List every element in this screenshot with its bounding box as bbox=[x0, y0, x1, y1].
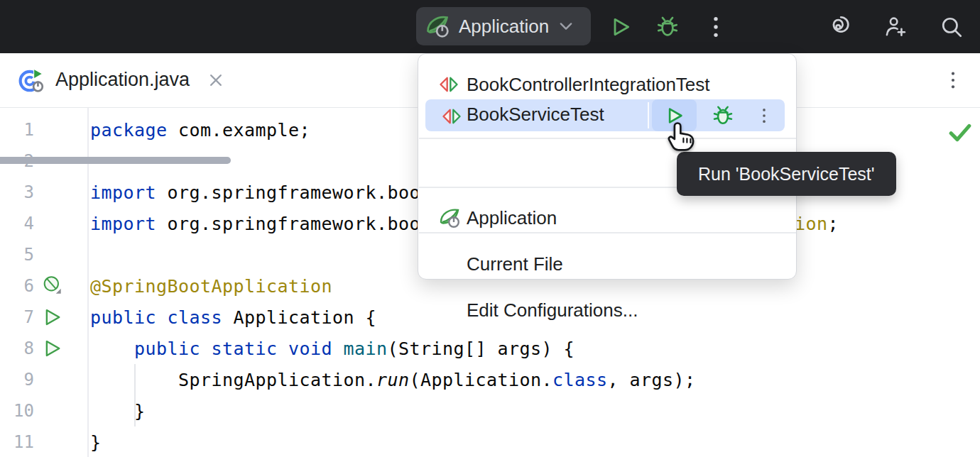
gutter-icon-slot[interactable] bbox=[34, 275, 87, 297]
run-tooltip: Run 'BookServiceTest' bbox=[677, 152, 896, 196]
menu-item-book-service-test[interactable]: BookServiceTest bbox=[425, 99, 785, 131]
line-number: 8 bbox=[0, 338, 34, 358]
junit-test-icon bbox=[441, 106, 462, 127]
code-text: } bbox=[90, 401, 146, 422]
debug-icon bbox=[655, 15, 680, 39]
code-with-me-button[interactable] bbox=[882, 14, 908, 40]
inspections-ok-widget[interactable] bbox=[949, 122, 971, 146]
kebab-menu-icon bbox=[705, 15, 726, 39]
code-line[interactable]: 8 public static void main(String[] args)… bbox=[0, 333, 980, 364]
code-text: public class Application { bbox=[90, 307, 376, 328]
debug-icon bbox=[712, 104, 734, 127]
spring-boot-run-icon bbox=[18, 66, 45, 94]
ai-assistant-icon bbox=[827, 15, 851, 39]
code-line[interactable]: 11} bbox=[0, 426, 980, 457]
spring-boot-icon bbox=[425, 13, 450, 39]
run-config-selector[interactable]: Application bbox=[416, 7, 591, 45]
gutter-icon-slot[interactable] bbox=[34, 338, 87, 358]
gutter-icon-slot[interactable] bbox=[34, 307, 87, 327]
check-icon bbox=[949, 122, 971, 143]
code-line[interactable]: 9 SpringApplication.run(Application.clas… bbox=[0, 364, 980, 395]
row-more-button[interactable] bbox=[746, 99, 782, 131]
debug-button[interactable] bbox=[655, 14, 680, 40]
search-everywhere-button[interactable] bbox=[939, 14, 964, 40]
menu-separator bbox=[419, 232, 796, 233]
ide-window: Application bbox=[0, 0, 980, 457]
chevron-down-icon bbox=[559, 22, 573, 31]
code-text: } bbox=[90, 432, 102, 453]
code-line[interactable]: 10 } bbox=[0, 395, 980, 426]
hand-cursor bbox=[666, 118, 702, 156]
close-icon[interactable] bbox=[208, 72, 224, 88]
line-number: 5 bbox=[0, 245, 34, 265]
ai-assistant-button[interactable] bbox=[827, 14, 852, 40]
menu-item-current-file[interactable]: Current File bbox=[418, 248, 796, 280]
indent-guide bbox=[134, 364, 136, 426]
junit-test-icon bbox=[438, 74, 459, 95]
more-actions-button[interactable] bbox=[703, 14, 729, 40]
menu-item-label: Application bbox=[467, 207, 557, 229]
menu-item-application[interactable]: Application bbox=[418, 202, 796, 233]
menu-item-label: Edit Configurations... bbox=[467, 299, 638, 321]
menu-item-book-controller-integration-test[interactable]: BookControllerIntegrationTest bbox=[418, 69, 796, 100]
menu-item-label: Current File bbox=[467, 253, 563, 275]
tab-scrollbar-thumb[interactable] bbox=[0, 157, 231, 164]
run-gutter-icon[interactable] bbox=[43, 307, 62, 327]
search-icon bbox=[940, 15, 964, 39]
line-number: 4 bbox=[0, 214, 34, 233]
run-gutter-icon[interactable] bbox=[43, 338, 62, 358]
code-text: package com.example; bbox=[90, 120, 310, 141]
code-text: SpringApplication.run(Application.class,… bbox=[90, 370, 696, 390]
line-number: 9 bbox=[0, 370, 34, 390]
kebab-menu-icon bbox=[756, 106, 772, 125]
tab-options-button[interactable] bbox=[944, 70, 962, 93]
code-text: @SpringBootApplication bbox=[90, 276, 332, 297]
row-debug-button[interactable] bbox=[704, 99, 742, 131]
code-text: public static void main(String[] args) { bbox=[90, 338, 575, 359]
main-toolbar: Application bbox=[0, 0, 980, 53]
run-button[interactable] bbox=[608, 14, 633, 40]
tab-application-java[interactable]: Application.java bbox=[0, 53, 224, 106]
spring-bean-icon[interactable] bbox=[43, 275, 64, 297]
line-number: 11 bbox=[0, 432, 34, 452]
row-divider bbox=[648, 102, 649, 128]
run-icon bbox=[609, 16, 632, 38]
line-number: 10 bbox=[0, 401, 34, 421]
code-with-me-icon bbox=[882, 13, 908, 40]
line-number: 7 bbox=[0, 307, 34, 327]
menu-separator bbox=[419, 138, 796, 139]
run-config-label: Application bbox=[459, 16, 549, 38]
tab-label: Application.java bbox=[55, 69, 190, 91]
line-number: 1 bbox=[0, 120, 34, 140]
line-number: 3 bbox=[0, 182, 34, 202]
menu-item-label: BookServiceTest bbox=[467, 104, 604, 126]
menu-item-label: BookControllerIntegrationTest bbox=[467, 74, 710, 96]
kebab-menu-icon bbox=[944, 70, 962, 90]
line-number: 6 bbox=[0, 276, 34, 296]
menu-item-edit-configurations[interactable]: Edit Configurations... bbox=[418, 294, 796, 326]
spring-boot-icon bbox=[438, 207, 461, 229]
